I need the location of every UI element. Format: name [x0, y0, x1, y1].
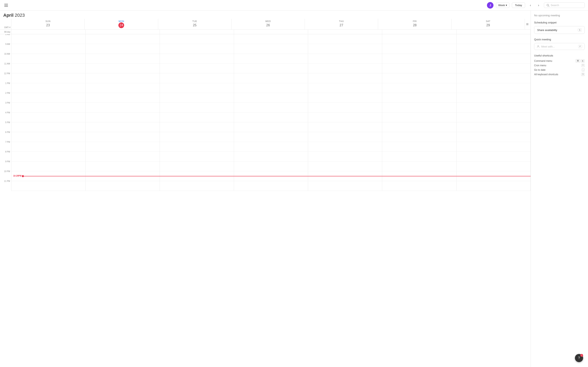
day-column-fri[interactable]: [382, 34, 456, 191]
hour-cell[interactable]: [457, 122, 530, 132]
hour-cell[interactable]: [457, 132, 530, 142]
hour-cell[interactable]: [234, 83, 308, 93]
prev-week-button[interactable]: ‹: [527, 2, 533, 8]
hour-cell[interactable]: [308, 34, 382, 44]
hour-cell[interactable]: [308, 171, 382, 181]
hour-cell[interactable]: [457, 152, 530, 161]
day-column-wed[interactable]: [234, 34, 308, 191]
hour-cell[interactable]: [86, 161, 159, 171]
hour-cell[interactable]: [234, 44, 308, 54]
hour-cell[interactable]: [160, 34, 234, 44]
hour-cell[interactable]: [86, 83, 159, 93]
hour-cell[interactable]: [86, 54, 159, 64]
all-day-cell-0[interactable]: [11, 30, 86, 34]
hour-cell[interactable]: [11, 44, 85, 54]
hour-cell[interactable]: [11, 122, 85, 132]
hour-cell[interactable]: [11, 152, 85, 161]
day-header-wed[interactable]: Wed 26: [232, 19, 305, 29]
hour-cell[interactable]: [11, 103, 85, 113]
hour-cell[interactable]: [160, 142, 234, 152]
hour-cell[interactable]: [86, 73, 159, 83]
shortcut-row[interactable]: All keyboard shortcuts ?: [534, 73, 585, 76]
hour-cell[interactable]: [382, 64, 456, 73]
hour-cell[interactable]: [11, 64, 85, 73]
hour-cell[interactable]: [308, 83, 382, 93]
hour-cell[interactable]: [457, 103, 530, 113]
help-button[interactable]: ? 1: [575, 354, 583, 362]
hour-cell[interactable]: [308, 181, 382, 191]
hour-cell[interactable]: [234, 54, 308, 64]
day-column-tue[interactable]: [160, 34, 234, 191]
hour-cell[interactable]: [382, 34, 456, 44]
hour-cell[interactable]: [382, 132, 456, 142]
hour-cell[interactable]: [86, 152, 159, 161]
hour-cell[interactable]: [234, 113, 308, 122]
all-day-cell-5[interactable]: [382, 30, 456, 34]
hour-cell[interactable]: [382, 44, 456, 54]
hour-cell[interactable]: [234, 103, 308, 113]
hour-cell[interactable]: [160, 44, 234, 54]
hour-cell[interactable]: [11, 181, 85, 191]
hour-cell[interactable]: [160, 103, 234, 113]
hour-cell[interactable]: [234, 152, 308, 161]
shortcut-row[interactable]: Go to date .: [534, 68, 585, 72]
hour-cell[interactable]: [382, 83, 456, 93]
hour-cell[interactable]: [382, 103, 456, 113]
hour-cell[interactable]: [457, 113, 530, 122]
hour-cell[interactable]: [86, 44, 159, 54]
hour-cell[interactable]: [234, 34, 308, 44]
day-column-mon[interactable]: [86, 34, 160, 191]
day-header-thu[interactable]: Thu 27: [305, 19, 378, 29]
day-header-tue[interactable]: Tue 25: [158, 19, 232, 29]
hour-cell[interactable]: [382, 54, 456, 64]
hour-cell[interactable]: [86, 171, 159, 181]
day-header-fri[interactable]: Fri 28: [378, 19, 451, 29]
hour-cell[interactable]: [86, 142, 159, 152]
hour-cell[interactable]: [308, 73, 382, 83]
hour-cell[interactable]: [86, 181, 159, 191]
hour-cell[interactable]: [11, 171, 85, 181]
search-box[interactable]: Search: [544, 2, 585, 8]
hour-cell[interactable]: [234, 171, 308, 181]
all-day-cell-6[interactable]: [457, 30, 531, 34]
hour-cell[interactable]: [11, 83, 85, 93]
day-column-sat[interactable]: [457, 34, 531, 191]
hour-cell[interactable]: [86, 93, 159, 103]
hour-cell[interactable]: [86, 34, 159, 44]
hour-cell[interactable]: [457, 44, 530, 54]
hour-cell[interactable]: [457, 93, 530, 103]
hour-cell[interactable]: [160, 93, 234, 103]
sidebar-toggle-button[interactable]: [3, 2, 9, 8]
all-day-cell-4[interactable]: [308, 30, 382, 34]
hour-cell[interactable]: [160, 122, 234, 132]
day-header-mon[interactable]: Mon 24: [85, 19, 158, 29]
day-header-sun[interactable]: Sun 23: [11, 19, 85, 29]
hour-cell[interactable]: [234, 142, 308, 152]
hour-cell[interactable]: [11, 34, 85, 44]
time-grid-scroll[interactable]: 8 AM9 AM10 AM11 AM12 PM1 PM2 PM3 PM4 PM5…: [0, 34, 531, 367]
hour-cell[interactable]: [86, 103, 159, 113]
hour-cell[interactable]: [382, 161, 456, 171]
hour-cell[interactable]: [308, 142, 382, 152]
hour-cell[interactable]: [234, 73, 308, 83]
hour-cell[interactable]: [382, 93, 456, 103]
view-selector[interactable]: Week ▾: [496, 2, 509, 8]
hour-cell[interactable]: [11, 93, 85, 103]
day-column-thu[interactable]: [308, 34, 382, 191]
today-button[interactable]: Today: [512, 2, 525, 8]
hour-cell[interactable]: [160, 64, 234, 73]
hour-cell[interactable]: [11, 132, 85, 142]
hour-cell[interactable]: [11, 113, 85, 122]
meet-with-input[interactable]: Meet with... F: [534, 43, 585, 50]
shortcut-row[interactable]: Cron menu ^: [534, 64, 585, 67]
day-column-sun[interactable]: [11, 34, 86, 191]
hour-cell[interactable]: [160, 161, 234, 171]
hour-cell[interactable]: [382, 113, 456, 122]
hour-cell[interactable]: [160, 83, 234, 93]
hour-cell[interactable]: [234, 161, 308, 171]
hour-cell[interactable]: [308, 103, 382, 113]
hour-cell[interactable]: [160, 171, 234, 181]
hour-cell[interactable]: [234, 122, 308, 132]
hour-cell[interactable]: [457, 34, 530, 44]
hour-cell[interactable]: [382, 142, 456, 152]
